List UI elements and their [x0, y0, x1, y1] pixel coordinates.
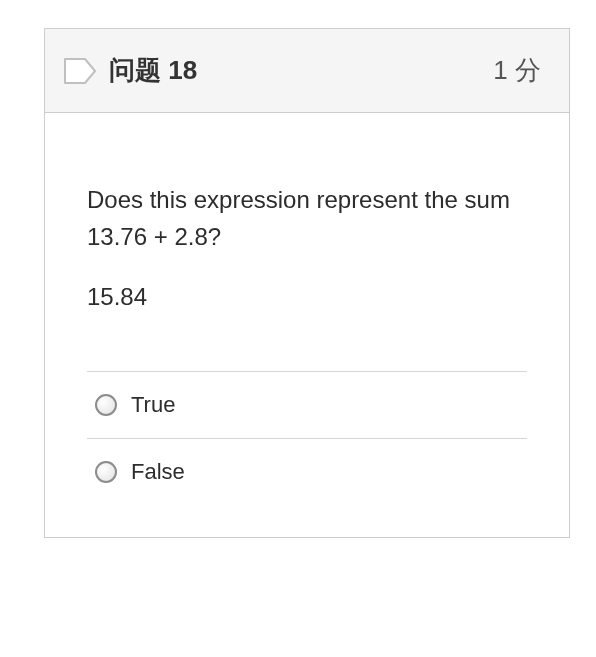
answer-label: True [131, 392, 175, 418]
answer-list: True False [87, 371, 527, 495]
header-left: 问题 18 [63, 53, 197, 88]
question-value: 15.84 [87, 283, 527, 311]
question-title: 问题 18 [109, 53, 197, 88]
question-header: 问题 18 1 分 [45, 29, 569, 113]
answer-option-true[interactable]: True [87, 372, 527, 439]
radio-icon [95, 394, 117, 416]
answer-option-false[interactable]: False [87, 439, 527, 495]
answer-label: False [131, 459, 185, 485]
tag-icon [63, 57, 97, 85]
question-card: 问题 18 1 分 Does this expression represent… [44, 28, 570, 538]
radio-icon [95, 461, 117, 483]
question-body: Does this expression represent the sum 1… [45, 113, 569, 537]
question-points: 1 分 [493, 53, 541, 88]
question-prompt: Does this expression represent the sum 1… [87, 181, 527, 255]
